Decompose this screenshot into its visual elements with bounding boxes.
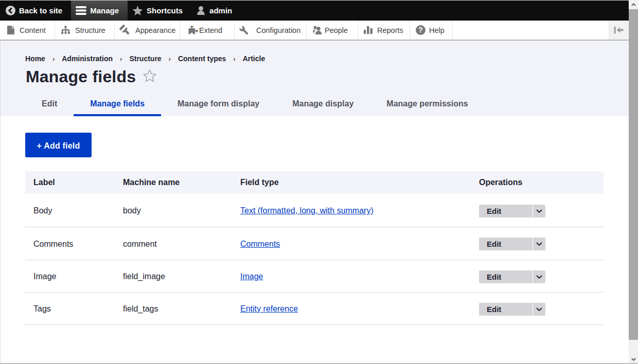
svg-text:?: ? (418, 26, 423, 34)
